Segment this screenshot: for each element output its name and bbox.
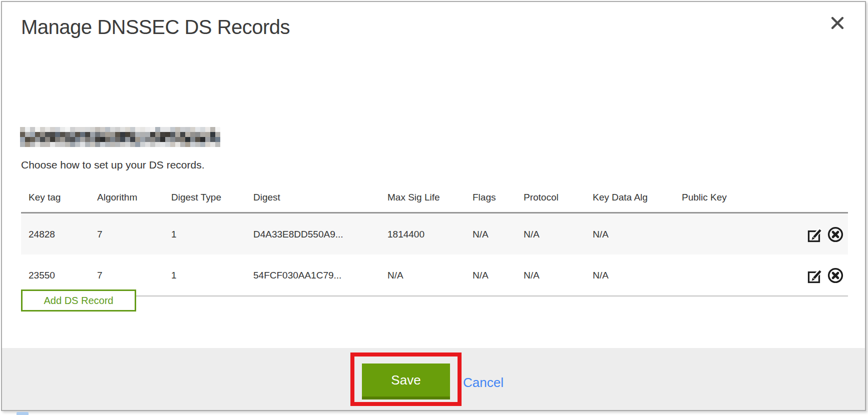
table-header: Key tagAlgorithmDigest TypeDigestMax Sig… [21, 182, 848, 213]
cell-flags: N/A [465, 254, 516, 296]
cell-public-key [674, 213, 797, 255]
cell-algorithm: 7 [90, 213, 164, 255]
modal-footer: Save Cancel [2, 348, 865, 410]
cell-key-data-alg: N/A [585, 213, 674, 255]
cell-protocol: N/A [516, 213, 585, 255]
delete-record-button[interactable] [827, 226, 844, 243]
column-header: Public Key [674, 182, 797, 213]
page-background: Manage DNSSEC DS Records Choose how to s… [0, 0, 868, 415]
save-highlight-annotation: Save [350, 352, 462, 406]
cell-actions [797, 254, 848, 296]
column-header-actions [797, 182, 848, 213]
column-header: Digest Type [164, 182, 246, 213]
column-header: Digest [246, 182, 380, 213]
cell-digest-type: 1 [164, 213, 246, 255]
table-row: 235507154FCF030AA1C79...N/AN/AN/AN/A [21, 254, 848, 296]
background-page-fragment [17, 412, 29, 415]
modal-title: Manage DNSSEC DS Records [21, 16, 290, 38]
cancel-link[interactable]: Cancel [463, 375, 504, 390]
save-button[interactable]: Save [362, 364, 450, 400]
table-row: 2482871D4A33E8DD550A9...1814400N/AN/AN/A [21, 213, 848, 255]
ds-records-table-wrap: Key tagAlgorithmDigest TypeDigestMax Sig… [21, 182, 848, 296]
delete-x-icon [827, 267, 844, 284]
column-header: Max Sig Life [380, 182, 465, 213]
cell-flags: N/A [465, 213, 516, 255]
cell-key-data-alg: N/A [585, 254, 674, 296]
dnssec-modal: Manage DNSSEC DS Records Choose how to s… [1, 1, 866, 411]
cell-digest: D4A33E8DD550A9... [246, 213, 380, 255]
edit-record-button[interactable] [807, 226, 825, 243]
edit-record-button[interactable] [807, 267, 825, 284]
cell-actions [797, 213, 848, 255]
delete-x-icon [827, 226, 844, 243]
cell-digest: 54FCF030AA1C79... [246, 254, 380, 296]
column-header: Flags [465, 182, 516, 213]
cell-key-tag: 24828 [21, 213, 90, 255]
cell-digest-type: 1 [164, 254, 246, 296]
cell-protocol: N/A [516, 254, 585, 296]
instruction-text: Choose how to set up your DS records. [21, 159, 205, 171]
column-header: Protocol [516, 182, 585, 213]
column-header: Key tag [21, 182, 90, 213]
table-header-row: Key tagAlgorithmDigest TypeDigestMax Sig… [21, 182, 848, 213]
redacted-domain [20, 127, 220, 147]
cell-max-sig-life: N/A [380, 254, 465, 296]
cell-public-key [674, 254, 797, 296]
edit-icon [807, 267, 825, 284]
column-header: Algorithm [90, 182, 164, 213]
ds-records-table: Key tagAlgorithmDigest TypeDigestMax Sig… [21, 182, 848, 296]
delete-record-button[interactable] [827, 267, 844, 284]
close-icon [830, 16, 845, 30]
add-ds-record-button[interactable]: Add DS Record [21, 290, 136, 312]
ds-table-body: 2482871D4A33E8DD550A9...1814400N/AN/AN/A… [21, 213, 848, 296]
cell-max-sig-life: 1814400 [380, 213, 465, 255]
edit-icon [807, 226, 825, 243]
column-header: Key Data Alg [585, 182, 674, 213]
close-button[interactable] [829, 15, 846, 32]
